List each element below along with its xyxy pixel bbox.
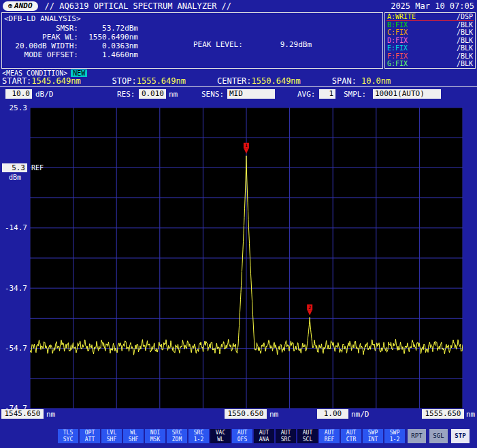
trace-row-c[interactable]: C:FIX/BLK (385, 29, 475, 37)
trace-row-b[interactable]: B:FIX/BLK (385, 21, 475, 29)
x-axis-center-unit: nm (269, 410, 278, 419)
trace-status: /BLK (457, 44, 473, 52)
softkey-vac-wl[interactable]: VACWL (210, 429, 231, 443)
sweep-range-row: START: 1545.649nm STOP: 1555.649nm CENTE… (2, 76, 391, 86)
softkey-label-line1: AUT (232, 430, 252, 436)
sens-label: SENS: (201, 90, 224, 99)
stop-value: 1555.649nm (137, 76, 186, 86)
ando-logo-icon: ⊕ (8, 3, 12, 10)
softkey-wl-shf[interactable]: WLSHF (123, 429, 144, 443)
x-axis-center: 1550.650 (225, 409, 267, 419)
softkey-label-line2: ATT (80, 436, 100, 443)
analysis-row-label: MODE OFFSET: (2, 50, 78, 59)
analysis-row-value: 1550.6490nm (78, 33, 138, 42)
softkey-aut-ref[interactable]: AUTREF (319, 429, 340, 443)
analysis-row-value: 53.72dBm (78, 24, 138, 33)
trace-row-d[interactable]: D:FIX/BLK (385, 37, 475, 45)
settings-row: 10.0 dB/D RES: 0.010 nm SENS: MID AVG: 1… (0, 89, 477, 100)
sweep-key-rpt[interactable]: RPT (408, 429, 426, 443)
softkey-label-line1: SWP (363, 430, 383, 436)
db-per-div-unit: dB/D (35, 90, 54, 99)
softkey-label-line1: WL (123, 430, 144, 436)
analysis-row-label: PEAK WL: (2, 33, 78, 42)
softkey-aut-ctr[interactable]: AUTCTR (341, 429, 361, 443)
meas-condition-new-badge: NEW (71, 69, 87, 77)
softkey-row: TLSSYCOPTATTLVLSHFWLSHFNOIMSKSRCZOMSRC1-… (58, 429, 405, 443)
trace-status: /BLK (457, 37, 473, 45)
ref-label: REF (31, 164, 44, 172)
peak-marker-pointer (244, 148, 248, 154)
ando-logo-text: ANDO (14, 1, 33, 10)
peak-level: PEAK LEVEL: 9.29dBm (193, 40, 312, 49)
trace-row-g[interactable]: G:FIX/BLK (385, 60, 475, 68)
y-axis-label: -34.7 (1, 284, 27, 293)
softkey-label-line2: SCL (297, 436, 318, 443)
softkey-label-line2: SHF (101, 436, 122, 443)
app-title: // AQ6319 OPTICAL SPECTRUM ANALYZER // (45, 1, 232, 11)
osa-screen: ⊕ ANDO // AQ6319 OPTICAL SPECTRUM ANALYZ… (0, 0, 477, 448)
x-axis-per-div-unit: nm/D (351, 410, 369, 419)
avg-label: AVG: (297, 90, 316, 99)
analysis-row-label: SMSR: (2, 24, 78, 33)
softkey-label-line1: AUT (297, 430, 318, 436)
res-value: 0.010 (139, 89, 166, 99)
peak-level-value: 9.29dBm (280, 40, 312, 49)
y-axis-label: -14.7 (1, 223, 27, 232)
softkey-swp-int[interactable]: SWPINT (363, 429, 383, 443)
x-axis-start: 1545.650 (1, 409, 44, 419)
softkey-label-line2: INT (363, 436, 383, 443)
peak-marker-pointer (308, 310, 312, 316)
analysis-row: PEAK WL:1550.6490nm (2, 33, 138, 42)
res-unit: nm (169, 90, 178, 99)
softkey-opt-att[interactable]: OPTATT (80, 429, 100, 443)
trace-status: /BLK (457, 29, 473, 37)
trace-status: /BLK (457, 52, 473, 61)
x-axis-start-unit: nm (46, 410, 55, 419)
analysis-row-label: 20.00dB WIDTH: (2, 42, 78, 50)
span-label: SPAN: (332, 76, 357, 86)
center-label: CENTER: (217, 76, 252, 86)
trace-status: /BLK (457, 60, 473, 68)
analysis-row: MODE OFFSET:1.4660nm (2, 50, 138, 59)
softkey-label-line1: LVL (101, 430, 122, 436)
softkey-label-line1: OPT (80, 430, 100, 436)
softkey-label-line2: SYC (58, 436, 78, 443)
softkey-label-line2: ANA (254, 436, 274, 443)
softkey-aut-scl[interactable]: AUTSCL (297, 429, 318, 443)
softkey-swp-1-2[interactable]: SWP1-2 (384, 429, 405, 443)
trace-name: B:FIX (387, 21, 408, 29)
softkey-label-line1: VAC (210, 430, 231, 436)
softkey-label-line2: SRC (276, 436, 296, 443)
softkey-src-1-2[interactable]: SRC1-2 (188, 429, 209, 443)
analysis-row: 20.00dB WIDTH:0.0363nm (2, 42, 138, 50)
analysis-results: SMSR:53.72dBmPEAK WL:1550.6490nm20.00dB … (2, 24, 138, 59)
avg-value: 1 (319, 89, 335, 99)
spectrum-svg: 12 (30, 108, 463, 409)
analysis-row-value: 0.0363nm (78, 42, 138, 50)
x-axis-stop-unit: nm (466, 410, 475, 419)
softkey-noi-msk[interactable]: NOIMSK (145, 429, 165, 443)
trace-name: F:FIX (387, 52, 408, 61)
title-bar: ⊕ ANDO // AQ6319 OPTICAL SPECTRUM ANALYZ… (0, 0, 477, 12)
softkey-lvl-shf[interactable]: LVLSHF (101, 429, 122, 443)
softkey-tls-syc[interactable]: TLSSYC (58, 429, 78, 443)
y-axis-unit: dBm (9, 174, 21, 181)
trace-row-e[interactable]: E:FIX/BLK (385, 44, 475, 52)
softkey-aut-src[interactable]: AUTSRC (276, 429, 296, 443)
softkey-label-line1: SWP (384, 430, 405, 436)
peak-level-label: PEAK LEVEL: (193, 40, 243, 49)
sweep-key-stp[interactable]: STP (451, 429, 470, 443)
trace-row-a[interactable]: A:WRITE/DSP (385, 13, 475, 21)
softkey-aut-ana[interactable]: AUTANA (254, 429, 274, 443)
softkey-src-zom[interactable]: SRCZOM (167, 429, 187, 443)
sweep-key-sgl[interactable]: SGL (429, 429, 448, 443)
softkey-label-line2: 1-2 (188, 436, 209, 443)
res-label: RES: (117, 90, 135, 99)
center-value: 1550.649nm (252, 76, 301, 86)
softkey-label-line1: SRC (167, 430, 187, 436)
separator-line (0, 86, 477, 87)
meas-condition-label: <MEAS CONDITION> (2, 69, 67, 77)
y-axis-label-top: 25.3 (1, 103, 27, 112)
softkey-aut-ofs[interactable]: AUTOFS (232, 429, 252, 443)
trace-row-f[interactable]: F:FIX/BLK (385, 52, 475, 61)
